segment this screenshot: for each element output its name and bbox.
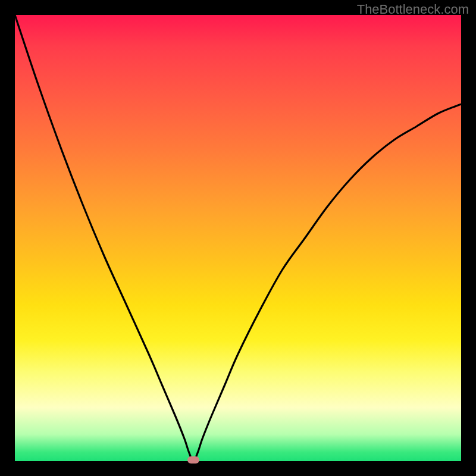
curve-path (15, 15, 461, 461)
watermark-text: TheBottleneck.com (357, 2, 469, 17)
bottleneck-curve (15, 15, 461, 461)
plot-area (15, 15, 461, 461)
optimum-marker (187, 456, 199, 464)
chart-frame: TheBottleneck.com (0, 0, 476, 476)
